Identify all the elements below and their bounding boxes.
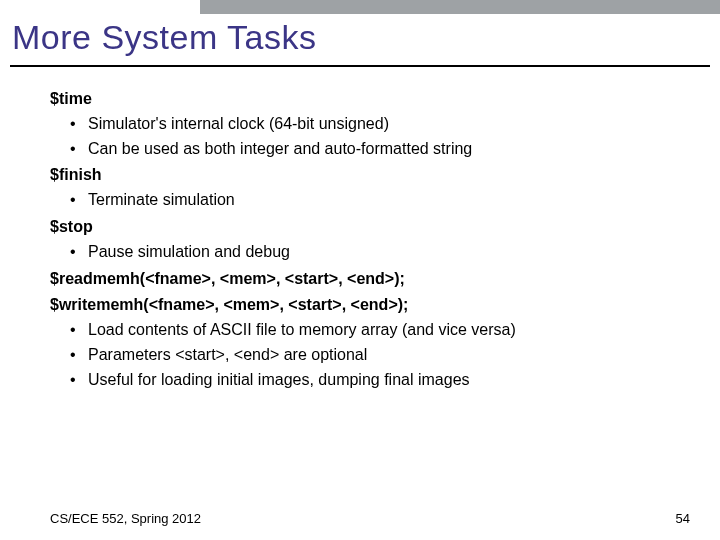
bullet-item: Parameters <start>, <end> are optional [88, 343, 690, 368]
title-underline [10, 65, 710, 67]
heading-writememh: $writememh(<fname>, <mem>, <start>, <end… [50, 293, 690, 318]
slide-title: More System Tasks [12, 18, 317, 57]
heading-time: $time [50, 87, 690, 112]
bullet-item: Useful for loading initial images, dumpi… [88, 368, 690, 393]
footer-course: CS/ECE 552, Spring 2012 [50, 511, 201, 526]
bullet-item: Load contents of ASCII file to memory ar… [88, 318, 690, 343]
bullet-item: Terminate simulation [88, 188, 690, 213]
bullet-item: Pause simulation and debug [88, 240, 690, 265]
heading-finish: $finish [50, 163, 690, 188]
bullet-item: Can be used as both integer and auto-for… [88, 137, 690, 162]
footer-page-number: 54 [676, 511, 690, 526]
slide-content: $time Simulator's internal clock (64-bit… [50, 85, 690, 393]
heading-readmemh: $readmemh(<fname>, <mem>, <start>, <end>… [50, 267, 690, 292]
top-bar [200, 0, 720, 14]
heading-stop: $stop [50, 215, 690, 240]
bullet-item: Simulator's internal clock (64-bit unsig… [88, 112, 690, 137]
